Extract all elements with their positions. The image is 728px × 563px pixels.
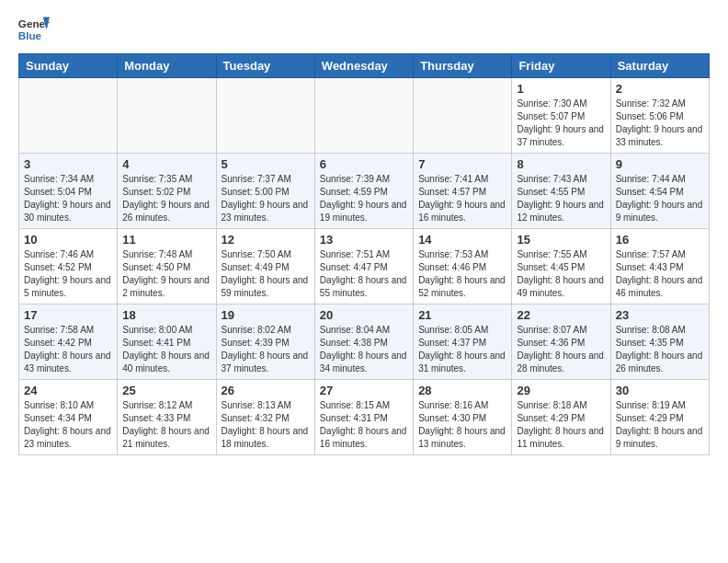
day-info: Sunrise: 7:39 AMSunset: 4:59 PMDaylight:… [320,173,408,224]
calendar-day-cell: 27Sunrise: 8:15 AMSunset: 4:31 PMDayligh… [314,380,413,455]
svg-text:Blue: Blue [18,29,42,41]
day-number: 5 [222,157,310,171]
calendar-day-cell [414,78,512,154]
day-info: Sunrise: 7:35 AMSunset: 5:02 PMDaylight:… [122,173,210,224]
calendar-day-cell: 11Sunrise: 7:48 AMSunset: 4:50 PMDayligh… [118,229,216,304]
day-number: 9 [616,157,704,171]
day-info: Sunrise: 8:10 AMSunset: 4:34 PMDaylight:… [24,399,112,451]
day-info: Sunrise: 7:44 AMSunset: 4:54 PMDaylight:… [616,173,704,224]
day-info: Sunrise: 7:41 AMSunset: 4:57 PMDaylight:… [418,173,506,224]
day-number: 14 [418,233,506,247]
day-info: Sunrise: 7:34 AMSunset: 5:04 PMDaylight:… [24,173,112,224]
day-info: Sunrise: 7:46 AMSunset: 4:52 PMDaylight:… [24,248,112,300]
day-info: Sunrise: 8:13 AMSunset: 4:32 PMDaylight:… [222,399,310,451]
calendar-day-cell: 15Sunrise: 7:55 AMSunset: 4:45 PMDayligh… [512,229,610,304]
calendar-wrapper: SundayMondayTuesdayWednesdayThursdayFrid… [0,53,728,465]
day-number: 19 [222,308,310,322]
day-info: Sunrise: 8:07 AMSunset: 4:36 PMDaylight:… [517,324,605,375]
day-info: Sunrise: 8:00 AMSunset: 4:41 PMDaylight:… [122,324,210,375]
day-number: 21 [418,308,506,322]
day-info: Sunrise: 7:48 AMSunset: 4:50 PMDaylight:… [122,248,210,300]
calendar-week-row: 24Sunrise: 8:10 AMSunset: 4:34 PMDayligh… [19,380,710,455]
day-number: 3 [24,157,112,171]
calendar-day-cell: 26Sunrise: 8:13 AMSunset: 4:32 PMDayligh… [216,380,314,455]
logo[interactable]: General Blue [17,13,51,46]
calendar-day-cell: 28Sunrise: 8:16 AMSunset: 4:30 PMDayligh… [414,380,512,455]
day-number: 4 [122,157,210,171]
day-of-week-header: Sunday [19,54,118,78]
calendar-day-cell: 19Sunrise: 8:02 AMSunset: 4:39 PMDayligh… [216,304,314,380]
calendar-day-cell: 24Sunrise: 8:10 AMSunset: 4:34 PMDayligh… [19,380,118,455]
day-info: Sunrise: 7:30 AMSunset: 5:07 PMDaylight:… [517,98,605,149]
day-number: 15 [517,233,605,247]
day-number: 22 [517,308,605,322]
day-number: 6 [320,157,408,171]
day-info: Sunrise: 8:02 AMSunset: 4:39 PMDaylight:… [222,324,310,375]
day-info: Sunrise: 7:53 AMSunset: 4:46 PMDaylight:… [418,248,506,300]
day-number: 18 [122,308,210,322]
calendar-day-cell [216,78,314,154]
calendar-day-cell: 1Sunrise: 7:30 AMSunset: 5:07 PMDaylight… [512,78,610,154]
calendar-day-cell: 7Sunrise: 7:41 AMSunset: 4:57 PMDaylight… [414,154,512,229]
day-number: 1 [517,82,605,96]
calendar-day-cell: 9Sunrise: 7:44 AMSunset: 4:54 PMDaylight… [610,154,709,229]
day-number: 7 [418,157,506,171]
day-of-week-header: Saturday [610,54,709,78]
day-number: 2 [616,82,704,96]
day-info: Sunrise: 8:04 AMSunset: 4:38 PMDaylight:… [320,324,408,375]
day-info: Sunrise: 7:55 AMSunset: 4:45 PMDaylight:… [517,248,605,300]
page-header: General Blue [0,0,728,53]
calendar-day-cell: 12Sunrise: 7:50 AMSunset: 4:49 PMDayligh… [216,229,314,304]
day-of-week-header: Tuesday [216,54,314,78]
calendar-day-cell: 29Sunrise: 8:18 AMSunset: 4:29 PMDayligh… [512,380,610,455]
day-number: 24 [24,384,112,397]
calendar-day-cell: 16Sunrise: 7:57 AMSunset: 4:43 PMDayligh… [610,229,709,304]
day-info: Sunrise: 8:18 AMSunset: 4:29 PMDaylight:… [517,399,605,451]
calendar-day-cell: 10Sunrise: 7:46 AMSunset: 4:52 PMDayligh… [19,229,118,304]
calendar-day-cell: 20Sunrise: 8:04 AMSunset: 4:38 PMDayligh… [314,304,413,380]
calendar-day-cell: 6Sunrise: 7:39 AMSunset: 4:59 PMDaylight… [314,154,413,229]
calendar-day-cell: 14Sunrise: 7:53 AMSunset: 4:46 PMDayligh… [414,229,512,304]
day-info: Sunrise: 7:37 AMSunset: 5:00 PMDaylight:… [222,173,310,224]
day-of-week-header: Thursday [414,54,512,78]
day-number: 16 [616,233,704,247]
day-number: 28 [418,384,506,397]
calendar-day-cell: 3Sunrise: 7:34 AMSunset: 5:04 PMDaylight… [19,154,118,229]
calendar-day-cell: 8Sunrise: 7:43 AMSunset: 4:55 PMDaylight… [512,154,610,229]
day-info: Sunrise: 7:32 AMSunset: 5:06 PMDaylight:… [616,98,704,149]
day-number: 11 [122,233,210,247]
calendar-day-cell [314,78,413,154]
day-info: Sunrise: 7:57 AMSunset: 4:43 PMDaylight:… [616,248,704,300]
calendar-week-row: 10Sunrise: 7:46 AMSunset: 4:52 PMDayligh… [19,229,710,304]
day-info: Sunrise: 8:15 AMSunset: 4:31 PMDaylight:… [320,399,408,451]
calendar-day-cell: 5Sunrise: 7:37 AMSunset: 5:00 PMDaylight… [216,154,314,229]
calendar-day-cell: 13Sunrise: 7:51 AMSunset: 4:47 PMDayligh… [314,229,413,304]
day-number: 27 [320,384,408,397]
day-number: 30 [616,384,704,397]
calendar-day-cell [118,78,216,154]
day-info: Sunrise: 8:12 AMSunset: 4:33 PMDaylight:… [122,399,210,451]
day-number: 8 [517,157,605,171]
day-info: Sunrise: 7:43 AMSunset: 4:55 PMDaylight:… [517,173,605,224]
day-info: Sunrise: 8:08 AMSunset: 4:35 PMDaylight:… [616,324,704,375]
calendar-day-cell: 25Sunrise: 8:12 AMSunset: 4:33 PMDayligh… [118,380,216,455]
calendar-day-cell: 17Sunrise: 7:58 AMSunset: 4:42 PMDayligh… [19,304,118,380]
calendar-day-cell: 18Sunrise: 8:00 AMSunset: 4:41 PMDayligh… [118,304,216,380]
day-number: 13 [320,233,408,247]
calendar-day-cell [19,78,118,154]
day-info: Sunrise: 8:16 AMSunset: 4:30 PMDaylight:… [418,399,506,451]
calendar-day-cell: 4Sunrise: 7:35 AMSunset: 5:02 PMDaylight… [118,154,216,229]
day-number: 20 [320,308,408,322]
day-info: Sunrise: 8:19 AMSunset: 4:29 PMDaylight:… [616,399,704,451]
calendar-day-cell: 21Sunrise: 8:05 AMSunset: 4:37 PMDayligh… [414,304,512,380]
day-of-week-header: Monday [118,54,216,78]
day-number: 29 [517,384,605,397]
day-number: 10 [24,233,112,247]
calendar-day-cell: 30Sunrise: 8:19 AMSunset: 4:29 PMDayligh… [610,380,709,455]
calendar-week-row: 17Sunrise: 7:58 AMSunset: 4:42 PMDayligh… [19,304,710,380]
calendar-table: SundayMondayTuesdayWednesdayThursdayFrid… [18,53,710,455]
day-info: Sunrise: 7:58 AMSunset: 4:42 PMDaylight:… [24,324,112,375]
calendar-day-cell: 22Sunrise: 8:07 AMSunset: 4:36 PMDayligh… [512,304,610,380]
day-number: 25 [122,384,210,397]
day-number: 23 [616,308,704,322]
